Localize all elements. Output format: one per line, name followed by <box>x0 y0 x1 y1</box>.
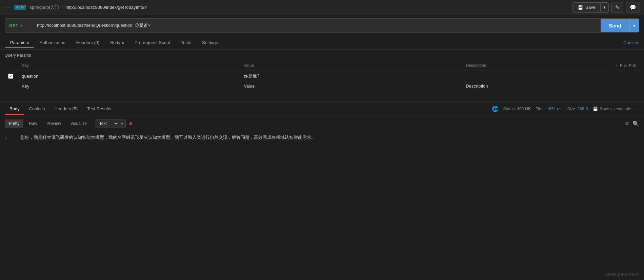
response-area: Body Cookies Headers (5) Test Results 🌐 … <box>0 101 644 158</box>
format-type-dropdown[interactable]: Text JSON HTML XML <box>95 119 119 128</box>
time-display: Time: 1651 ms <box>536 107 563 111</box>
resp-tab-headers[interactable]: Headers (5) <box>50 103 83 115</box>
http-badge: HTTP <box>14 5 26 10</box>
tab-tests[interactable]: Tests <box>176 37 197 48</box>
method-chevron-icon: ▾ <box>20 23 22 28</box>
tab-settings[interactable]: Settings <box>197 37 223 48</box>
col-key-header: Key <box>18 60 240 71</box>
row-value-cell[interactable]: 你是谁? <box>240 71 462 81</box>
fmt-tab-preview[interactable]: Preview <box>42 119 65 128</box>
table-row: question 你是谁? <box>5 71 639 81</box>
url-input[interactable] <box>32 19 601 32</box>
breadcrumb-project[interactable]: springboot入门 <box>29 5 59 10</box>
save-button[interactable]: 💾 Save <box>573 3 600 12</box>
tab-headers[interactable]: Headers (9) <box>71 37 105 48</box>
table-row-empty: Key Value Description <box>5 81 639 91</box>
method-select[interactable]: GET ▾ <box>5 19 32 32</box>
params-table: Key Value Description ··· Bulk Edit ques… <box>5 60 639 91</box>
size-display: Size: 366 B <box>567 107 588 111</box>
floppy-icon: 💾 <box>578 5 583 10</box>
send-dropdown-button[interactable]: ▾ <box>629 19 639 32</box>
response-body: 1 您好，我是科大讯飞研发的认知智能大模型，我的名字叫讯飞星火认知大模型。我可以… <box>0 131 644 158</box>
bulk-edit-dots[interactable]: ··· <box>614 62 619 68</box>
save-example-icon: 💾 <box>593 107 598 111</box>
copy-response-button[interactable]: ⧉ <box>625 120 629 127</box>
bulk-edit-area: ··· Bulk Edit <box>551 60 639 71</box>
empty-checkbox-cell <box>5 81 18 91</box>
send-button[interactable]: Send <box>601 19 629 32</box>
top-bar: ··· HTTP springboot入门 / http://localhost… <box>0 0 644 15</box>
bulk-edit-label[interactable]: Bulk Edit <box>620 63 636 68</box>
params-table-wrapper: Key Value Description ··· Bulk Edit ques… <box>0 60 644 91</box>
fmt-tab-raw[interactable]: Raw <box>25 119 41 128</box>
response-line-1: 您好，我是科大讯飞研发的认知智能大模型，我的名字叫讯飞星火认知大模型。我可以和人… <box>20 135 316 140</box>
empty-actions-cell <box>551 81 639 91</box>
empty-desc-cell[interactable]: Description <box>462 81 551 91</box>
row-actions-cell <box>551 71 639 81</box>
breadcrumb: springboot入门 / http://localhost:8080/ind… <box>29 4 147 11</box>
url-bar: GET ▾ Send ▾ <box>5 18 639 33</box>
row-desc-cell[interactable] <box>462 71 551 81</box>
status-value: 200 OK <box>517 107 531 111</box>
format-chevron-icon[interactable]: ▾ <box>119 120 125 128</box>
search-response-button[interactable]: 🔍 <box>632 120 639 127</box>
format-tabs: Pretty Raw Preview Visualize Text JSON H… <box>0 116 644 131</box>
body-dot <box>122 42 124 44</box>
line-number-1: 1 <box>5 135 15 140</box>
row-key-cell[interactable]: question <box>18 71 240 81</box>
send-button-group: Send ▾ <box>601 19 639 32</box>
save-button-group: 💾 Save ▾ <box>572 2 609 13</box>
params-dot <box>27 42 29 44</box>
save-label: Save <box>585 5 596 10</box>
save-as-example-button[interactable]: 💾 Save as example <box>593 107 631 111</box>
col-check-header <box>5 60 18 71</box>
edit-icon: ✎ <box>615 4 620 10</box>
col-desc-header: Description <box>462 60 551 71</box>
tab-prerequest[interactable]: Pre-request Script <box>129 37 176 48</box>
top-bar-actions: 💾 Save ▾ ✎ 💬 <box>572 2 640 13</box>
response-status-bar: 🌐 Status: 200 OK Time: 1651 ms Size: 366… <box>492 106 639 112</box>
format-type-select[interactable]: Text JSON HTML XML ▾ <box>95 119 126 128</box>
empty-key-cell[interactable]: Key <box>18 81 240 91</box>
row-checkbox-cell[interactable] <box>5 71 18 81</box>
save-example-label: Save as example <box>600 107 631 111</box>
time-value: 1651 ms <box>547 107 563 111</box>
breadcrumb-separator: / <box>62 5 63 10</box>
comment-button[interactable]: 💬 <box>626 2 640 13</box>
status-label: Status: 200 OK <box>503 107 531 111</box>
query-params-label: Query Params <box>0 50 644 60</box>
watermark: CSDN @正在绘制中 <box>605 272 639 277</box>
cookies-link[interactable]: Cookies <box>623 40 639 45</box>
size-value: 366 B <box>578 107 588 111</box>
tab-authorization[interactable]: Authorization <box>34 37 71 48</box>
fmt-tab-visualize[interactable]: Visualize <box>66 119 91 128</box>
resp-tab-body[interactable]: Body <box>5 103 24 115</box>
comment-icon: 💬 <box>630 4 636 10</box>
save-dropdown-button[interactable]: ▾ <box>600 3 608 12</box>
dots-icon: ··· <box>4 4 11 11</box>
breadcrumb-current: http://localhost:8080/index/getTodayInfo… <box>65 5 147 10</box>
col-value-header: Value <box>240 60 462 71</box>
globe-icon[interactable]: 🌐 <box>492 106 499 112</box>
format-actions: ⧉ 🔍 <box>625 120 639 127</box>
method-text: GET <box>9 23 18 28</box>
more-options-icon[interactable]: ··· <box>636 107 639 111</box>
request-tabs: Params Authorization Headers (9) Body Pr… <box>0 36 644 50</box>
resp-tab-cookies[interactable]: Cookies <box>24 103 50 115</box>
fmt-tab-pretty[interactable]: Pretty <box>5 119 23 128</box>
row-checkbox[interactable] <box>8 74 13 79</box>
wrap-icon[interactable]: ≡ <box>129 120 132 127</box>
tab-body[interactable]: Body <box>105 37 129 48</box>
empty-value-cell[interactable]: Value <box>240 81 462 91</box>
response-tabs: Body Cookies Headers (5) Test Results 🌐 … <box>0 101 644 116</box>
edit-button[interactable]: ✎ <box>611 2 623 13</box>
resp-tab-test-results[interactable]: Test Results <box>82 103 116 115</box>
tab-params[interactable]: Params <box>5 37 34 48</box>
